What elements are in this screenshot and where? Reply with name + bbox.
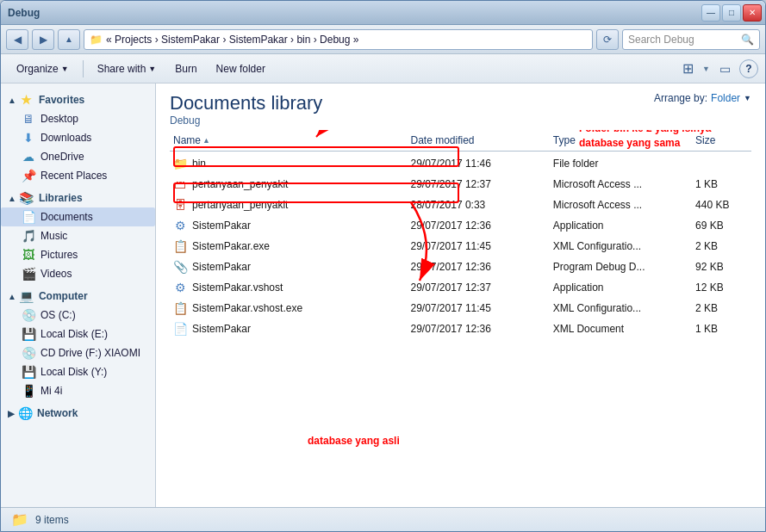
table-row[interactable]: 🗄 pertanyaan_penyakit 28/07/2017 0:33 Mi… — [170, 195, 751, 215]
pictures-label: Pictures — [40, 249, 78, 261]
refresh-button[interactable]: ⟳ — [596, 29, 619, 50]
desktop-label: Desktop — [40, 113, 78, 125]
file-size-cell: 1 KB — [692, 321, 751, 337]
file-modified-cell: 29/07/2017 12:37 — [408, 280, 550, 295]
search-icon: 🔍 — [741, 34, 754, 46]
file-list: 📁 bin 29/07/2017 11:46 File folder 🗃 per… — [170, 153, 751, 498]
statusbar-folder-icon: 📁 — [11, 511, 28, 528]
table-row[interactable]: 📄 SistemPakar 29/07/2017 12:36 XML Docum… — [170, 319, 751, 339]
address-bar: ◀ ▶ ▲ 📁 « Projects › SistemPakar › Siste… — [1, 25, 765, 54]
desktop-icon: 🖥 — [22, 112, 35, 126]
mi4i-label: Mi 4i — [40, 385, 62, 397]
forward-button[interactable]: ▶ — [32, 29, 54, 50]
file-modified-cell: 29/07/2017 12:36 — [408, 321, 550, 337]
titlebar: Debug — □ ✕ — [1, 1, 765, 25]
file-modified-cell: 29/07/2017 12:36 — [408, 259, 550, 275]
table-row[interactable]: 📋 SistemPakar.exe 29/07/2017 11:45 XML C… — [170, 236, 751, 257]
explorer-window: Debug — □ ✕ ◀ ▶ ▲ 📁 « Projects › SistemP… — [0, 0, 766, 532]
statusbar-count: 9 items — [35, 514, 69, 526]
music-label: Music — [40, 230, 67, 242]
col-type-label: Type — [553, 134, 576, 146]
file-name: bin — [192, 158, 206, 170]
file-modified-cell: 29/07/2017 12:37 — [408, 176, 550, 192]
mi4i-icon: 📱 — [22, 384, 35, 398]
xmldoc-icon: 📄 — [173, 322, 187, 336]
sidebar-item-mi4i[interactable]: 📱 Mi 4i — [1, 381, 155, 400]
osc-disk-icon: 💿 — [22, 308, 35, 322]
favorites-arrow-icon: ▲ — [8, 96, 16, 105]
file-list-header: Name ▲ Date modified Type Size — [170, 130, 751, 152]
col-size[interactable]: Size — [692, 132, 751, 149]
documents-icon: 📄 — [22, 210, 35, 224]
col-name-label: Name — [173, 134, 201, 146]
sidebar-item-music[interactable]: 🎵 Music — [1, 226, 155, 245]
sidebar-item-cdf[interactable]: 💿 CD Drive (F:) XIAOMI — [1, 343, 155, 362]
sidebar-item-documents[interactable]: 📄 Documents — [1, 207, 155, 226]
xml-icon: 📋 — [173, 239, 187, 253]
new-folder-button[interactable]: New folder — [208, 58, 274, 80]
file-size-cell: 69 KB — [692, 218, 751, 233]
search-box[interactable]: Search Debug 🔍 — [622, 29, 760, 50]
help-button[interactable]: ? — [739, 59, 758, 78]
table-row[interactable]: 🗃 pertanyaan_penyakit 29/07/2017 12:37 M… — [170, 174, 751, 195]
locale-disk-icon: 💾 — [22, 327, 35, 341]
onedrive-icon: ☁ — [22, 150, 35, 164]
table-row[interactable]: 📋 SistemPakar.vshost.exe 29/07/2017 11:4… — [170, 298, 751, 319]
up-button[interactable]: ▲ — [58, 29, 80, 50]
access2-icon: 🗄 — [173, 198, 187, 212]
pdb-icon: 📎 — [173, 260, 187, 274]
path-folder-icon: 📁 — [90, 34, 103, 46]
table-row[interactable]: ⚙ SistemPakar 29/07/2017 12:36 Applicati… — [170, 215, 751, 236]
sidebar-item-onedrive[interactable]: ☁ OneDrive — [1, 147, 155, 166]
file-name-cell: 🗃 pertanyaan_penyakit — [170, 176, 408, 193]
videos-icon: 🎬 — [22, 267, 35, 281]
sidebar-item-desktop[interactable]: 🖥 Desktop — [1, 109, 155, 128]
file-size-cell: 2 KB — [692, 238, 751, 254]
file-name: SistemPakar — [192, 261, 251, 273]
pictures-icon: 🖼 — [22, 248, 35, 262]
sidebar-item-locale[interactable]: 💾 Local Disk (E:) — [1, 325, 155, 343]
file-modified-cell: 29/07/2017 12:36 — [408, 218, 550, 233]
file-list-wrapper: Name ▲ Date modified Type Size — [170, 130, 751, 498]
sidebar-item-localy[interactable]: 💾 Local Disk (Y:) — [1, 362, 155, 381]
file-name-cell: 🗄 pertanyaan_penyakit — [170, 196, 408, 213]
vshost-exe-icon: 📋 — [173, 301, 187, 315]
libraries-header[interactable]: ▲ 📚 Libraries — [1, 189, 155, 207]
favorites-header[interactable]: ▲ ★ Favorites — [1, 90, 155, 109]
burn-button[interactable]: Burn — [166, 58, 205, 80]
col-name[interactable]: Name ▲ — [170, 132, 408, 149]
libraries-arrow-icon: ▲ — [8, 194, 16, 203]
share-button[interactable]: Share with ▼ — [89, 58, 165, 80]
table-row[interactable]: 📎 SistemPakar 29/07/2017 12:36 Program D… — [170, 257, 751, 277]
file-modified-cell: 29/07/2017 11:46 — [408, 156, 550, 171]
preview-button[interactable]: ▭ — [713, 59, 736, 79]
onedrive-label: OneDrive — [40, 151, 84, 163]
col-type[interactable]: Type — [550, 132, 692, 149]
address-path[interactable]: 📁 « Projects › SistemPakar › SistemPakar… — [84, 29, 593, 50]
downloads-label: Downloads — [40, 132, 91, 144]
sidebar-item-downloads[interactable]: ⬇ Downloads — [1, 128, 155, 147]
back-button[interactable]: ◀ — [6, 29, 28, 50]
file-modified-cell: 29/07/2017 11:45 — [408, 238, 550, 254]
toolbar-sep-1 — [83, 60, 84, 77]
sidebar-item-videos[interactable]: 🎬 Videos — [1, 264, 155, 283]
sidebar-item-pictures[interactable]: 🖼 Pictures — [1, 245, 155, 264]
col-modified[interactable]: Date modified — [408, 132, 550, 149]
close-button[interactable]: ✕ — [743, 4, 762, 22]
minimize-button[interactable]: — — [701, 4, 720, 22]
network-label: Network — [37, 407, 78, 419]
new-folder-label: New folder — [216, 63, 265, 75]
sidebar-item-osc[interactable]: 💿 OS (C:) — [1, 306, 155, 325]
computer-header[interactable]: ▲ 💻 Computer — [1, 287, 155, 306]
libraries-section: ▲ 📚 Libraries 📄 Documents 🎵 Music 🖼 Pict… — [1, 189, 155, 283]
table-row[interactable]: ⚙ SistemPakar.vshost 29/07/2017 12:37 Ap… — [170, 277, 751, 298]
documents-label: Documents — [40, 211, 93, 223]
col-modified-label: Date modified — [411, 134, 475, 146]
network-header[interactable]: ▶ 🌐 Network — [1, 404, 155, 423]
maximize-button[interactable]: □ — [722, 4, 741, 22]
view-button[interactable]: ⊞ — [676, 59, 699, 79]
arrange-by-value[interactable]: Folder — [711, 92, 740, 104]
sidebar-item-recent[interactable]: 📌 Recent Places — [1, 166, 155, 185]
organize-button[interactable]: Organize ▼ — [8, 58, 78, 80]
table-row[interactable]: 📁 bin 29/07/2017 11:46 File folder — [170, 153, 751, 174]
